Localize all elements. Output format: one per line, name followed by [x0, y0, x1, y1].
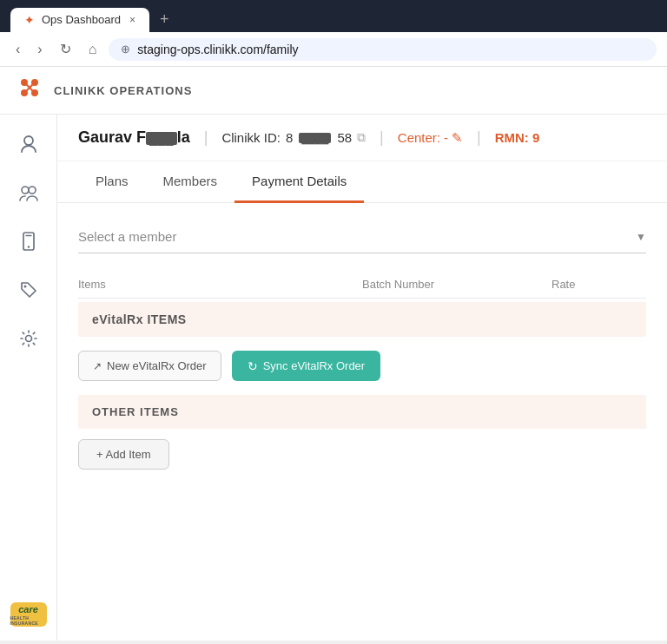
home-button[interactable]: ⌂ [83, 38, 102, 61]
edit-center-icon[interactable]: ✎ [452, 130, 463, 146]
other-items-section-label: OTHER ITEMS [92, 405, 179, 418]
tab-members[interactable]: Members [146, 161, 235, 203]
main-tabs: Plans Members Payment Details [57, 161, 667, 203]
tab-plans[interactable]: Plans [78, 161, 146, 203]
chevron-down-icon: ▼ [636, 231, 646, 243]
sync-evitalrx-order-button[interactable]: ↻ Sync eVitalRx Order [232, 351, 381, 381]
sidebar: care HEALTH INSURANCE [0, 115, 57, 641]
patient-name: Gaurav F███la [78, 128, 190, 147]
col-header-batch: Batch Number [362, 278, 551, 291]
member-selector-placeholder: Select a member [78, 229, 176, 244]
care-text: care [18, 604, 38, 614]
tab-title: Ops Dashboard [42, 13, 121, 26]
rmn-value: 9 [532, 130, 539, 145]
sidebar-item-settings[interactable] [13, 323, 44, 354]
evitalrx-section-header: eVitalRx ITEMS [78, 302, 646, 337]
active-tab[interactable]: ✦ Ops Dashboard × [10, 8, 149, 32]
patient-header: Gaurav F███la | Clinikk ID: 8████58 ⧉ | … [57, 115, 667, 161]
svg-point-7 [22, 187, 29, 194]
browser-chrome: ✦ Ops Dashboard × + [0, 0, 667, 32]
svg-point-6 [24, 136, 33, 145]
clinikk-id-field: Clinikk ID: 8████58 ⧉ [221, 130, 366, 145]
divider-2: | [380, 128, 384, 147]
address-security-icon: ⊕ [121, 43, 130, 56]
care-sub-text: HEALTH INSURANCE [10, 615, 47, 626]
other-items-section-header: OTHER ITEMS [78, 395, 646, 429]
clinikk-id-label: Clinikk ID: [221, 130, 281, 145]
refresh-button[interactable]: ↻ [55, 37, 76, 61]
table-header: Items Batch Number Rate [78, 271, 646, 299]
evitalrx-section-label: eVitalRx ITEMS [92, 312, 187, 326]
center-value: - [444, 130, 448, 145]
sync-evitalrx-label: Sync eVitalRx Order [263, 359, 366, 372]
sidebar-item-tags[interactable] [13, 274, 44, 306]
clinikk-id-suffix: 58 [337, 130, 352, 145]
sidebar-item-groups[interactable] [13, 177, 44, 208]
main-content: Gaurav F███la | Clinikk ID: 8████58 ⧉ | … [57, 115, 667, 641]
clinikk-id-prefix: 8 [286, 130, 293, 145]
col-header-items: Items [78, 278, 362, 291]
copy-id-button[interactable]: ⧉ [357, 130, 366, 145]
back-button[interactable]: ‹ [10, 38, 25, 61]
evitalrx-action-buttons: ↗ New eVitalRx Order ↻ Sync eVitalRx Ord… [78, 351, 646, 381]
svg-point-8 [29, 187, 36, 194]
new-tab-button[interactable]: + [153, 7, 176, 32]
sidebar-item-user[interactable] [13, 128, 44, 160]
divider-1: | [204, 128, 208, 147]
rmn-field: RMN: 9 [495, 130, 540, 145]
tab-close-button[interactable]: × [129, 14, 135, 26]
svg-point-13 [25, 336, 31, 342]
divider-3: | [477, 128, 481, 147]
address-url: staging-ops.clinikk.com/family [137, 43, 298, 56]
add-item-button[interactable]: + Add Item [78, 439, 169, 470]
tab-payment-details[interactable]: Payment Details [234, 161, 364, 203]
new-evitalrx-label: New eVitalRx Order [107, 359, 207, 372]
svg-point-12 [23, 286, 26, 288]
address-bar[interactable]: ⊕ staging-ops.clinikk.com/family [109, 38, 657, 61]
browser-navigation: ‹ › ↻ ⌂ ⊕ staging-ops.clinikk.com/family [0, 32, 667, 67]
app-title: CLINIKK OPERATIONS [54, 84, 192, 97]
svg-point-10 [27, 246, 29, 247]
sidebar-bottom: care HEALTH INSURANCE [10, 602, 47, 627]
app-header: CLINIKK OPERATIONS [0, 67, 667, 115]
tab-bar: ✦ Ops Dashboard × + [10, 7, 657, 32]
payment-details-content: Select a member ▼ Items Batch Number Rat… [57, 203, 667, 487]
tab-logo-icon: ✦ [24, 13, 35, 27]
col-header-rate: Rate [551, 278, 646, 291]
add-item-label: + Add Item [96, 448, 151, 461]
app-layout: care HEALTH INSURANCE Gaurav F███la | Cl… [0, 115, 667, 641]
sidebar-item-device[interactable] [13, 226, 44, 257]
member-selector-dropdown[interactable]: Select a member ▼ [78, 220, 646, 253]
rmn-label: RMN: [495, 130, 529, 145]
clinikk-id-masked: ████ [299, 133, 331, 143]
center-label: Center: [398, 130, 440, 145]
new-evitalrx-order-button[interactable]: ↗ New eVitalRx Order [78, 351, 221, 381]
new-order-arrow-icon: ↗ [93, 360, 102, 372]
center-link[interactable]: Center: - ✎ [398, 130, 463, 146]
sync-icon: ↻ [248, 359, 258, 373]
care-insurance-badge[interactable]: care HEALTH INSURANCE [10, 602, 47, 627]
forward-button[interactable]: › [32, 38, 47, 61]
clinikk-logo-icon [17, 76, 42, 105]
